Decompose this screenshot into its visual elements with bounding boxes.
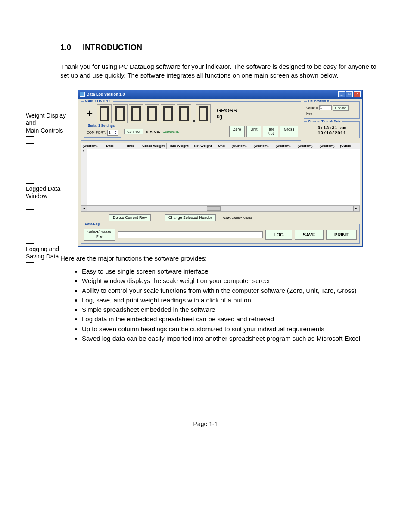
digit [177, 104, 191, 123]
unit-button[interactable]: Unit [246, 126, 261, 138]
column-header[interactable]: (Custom) [272, 143, 294, 149]
calib-key-label: Key = [306, 112, 315, 115]
section-number: 1.0 [60, 43, 83, 52]
digit [129, 104, 143, 123]
digit [97, 104, 112, 123]
decimal-dot [193, 120, 195, 122]
log-button[interactable]: LOG [265, 230, 292, 240]
page-footer: Page 1-1 [26, 420, 385, 427]
scroll-thumb[interactable] [207, 206, 221, 211]
update-button[interactable]: Update [333, 105, 349, 111]
new-header-label: New Header Name [223, 216, 252, 220]
scroll-left-arrow[interactable]: ◄ [81, 206, 87, 211]
column-header[interactable]: Date [100, 143, 120, 149]
weight-sign: + [86, 107, 93, 120]
timedate-label: Current Time & Date [307, 119, 342, 123]
gross-label: GROSS [217, 107, 237, 114]
main-control-group: MAIN CONTROL + [81, 101, 301, 141]
horizontal-scrollbar[interactable]: ◄ ► [81, 205, 360, 212]
print-button[interactable]: PRINT [326, 230, 357, 240]
feature-item: Log, save, and print weight readings wit… [82, 296, 385, 305]
digit [145, 104, 159, 123]
file-path-input[interactable] [118, 231, 263, 238]
feature-item: Up to seven column headings can be custo… [82, 325, 385, 333]
callout-1: Weight Display andMain Controls [26, 112, 78, 135]
callout-3: Logging and Saving Data [26, 246, 78, 261]
features-intro: Here are the major functions the softwar… [60, 255, 385, 262]
maximize-button[interactable]: □ [346, 91, 353, 97]
serial-settings-group: Serial 1 Settings COM PORT: 1 ▲▼ [84, 126, 121, 138]
select-file-button[interactable]: Select/CreateFile [84, 229, 115, 241]
digit [113, 104, 128, 123]
intro-paragraph: Thank you for using PC DataLog software … [60, 62, 385, 80]
feature-item: Simple spreadsheet embedded in the softw… [82, 305, 385, 314]
datalog-group: Data Log Select/CreateFile LOG SAVE PRIN… [81, 224, 360, 244]
column-header[interactable]: Gross Weight [140, 143, 167, 149]
com-port-label: COM PORT: [87, 131, 106, 134]
app-window: Data Log Version 1.0 _ □ × MAIN CONTROL … [78, 90, 363, 247]
datalog-label: Data Log [84, 222, 101, 226]
title-bar: Data Log Version 1.0 _ □ × [78, 90, 362, 99]
calib-value-label: Value = [306, 106, 318, 110]
zero-button[interactable]: Zero [229, 126, 245, 138]
window-title: Data Log Version 1.0 [87, 92, 338, 96]
connect-button[interactable]: Connect [124, 129, 143, 134]
section-title: INTRODUCTION [83, 43, 142, 52]
row-number: 1 [81, 149, 87, 205]
callout-column: Weight Display andMain Controls Logged D… [26, 90, 78, 247]
callout-2: Logged Data Window [26, 185, 78, 200]
main-control-label: MAIN CONTROL [84, 99, 113, 103]
column-header[interactable]: Tare Weight [167, 143, 191, 149]
serial-group-label: Serial 1 Settings [87, 124, 116, 128]
column-header[interactable]: Unit [215, 143, 228, 149]
gross-button[interactable]: Gross [280, 126, 298, 138]
minimize-button[interactable]: _ [338, 91, 345, 97]
column-header[interactable]: Net Weight [191, 143, 215, 149]
weight-display [97, 104, 211, 123]
column-header[interactable]: (Custom) [81, 143, 100, 149]
column-header[interactable]: (Custom) [250, 143, 272, 149]
delete-row-button[interactable]: Delete Current Row [109, 214, 151, 222]
tare-button[interactable]: TareNet [263, 126, 278, 138]
status-label: STATUS: [146, 130, 160, 134]
save-button[interactable]: SAVE [295, 230, 324, 240]
column-header[interactable]: (Custom) [316, 143, 338, 149]
com-port-spinner[interactable]: 1 ▲▼ [107, 130, 118, 136]
feature-item: Easy to use single screen software inter… [82, 267, 385, 276]
section-heading: 1.0 INTRODUCTION [60, 43, 385, 52]
current-date: 10/10/2011 [306, 131, 357, 136]
change-header-button[interactable]: Change Selected Header [165, 214, 216, 222]
close-button[interactable]: × [354, 91, 361, 97]
calibration-label: Calibration # [307, 99, 330, 103]
digit [161, 104, 175, 123]
feature-item: Log data in the embedded spreadsheet can… [82, 315, 385, 324]
column-header[interactable]: (Custo [338, 143, 353, 149]
data-grid: (Custom)DateTimeGross WeightTare WeightN… [81, 143, 360, 212]
calib-value-input[interactable]: 1 [319, 105, 332, 110]
digit [196, 104, 211, 123]
features-list: Easy to use single screen software inter… [82, 267, 385, 343]
status-value: Connected [163, 130, 180, 134]
feature-item: Ability to control your scale functions … [82, 286, 385, 295]
feature-item: Weight window displays the scale weight … [82, 277, 385, 285]
current-time: 9:13:31 am [306, 125, 357, 131]
column-header[interactable]: (Custom) [294, 143, 316, 149]
scroll-right-arrow[interactable]: ► [353, 206, 359, 211]
unit-label: kg [217, 114, 237, 120]
timedate-group: Current Time & Date 9:13:31 am 10/10/201… [304, 121, 360, 138]
column-header[interactable]: (Custom) [228, 143, 250, 149]
feature-item: Saved log data can be easily imported in… [82, 334, 385, 343]
app-icon [80, 92, 85, 97]
calibration-group: Calibration # Value = 1 Update Key = [304, 101, 360, 119]
column-header[interactable]: Time [120, 143, 140, 149]
